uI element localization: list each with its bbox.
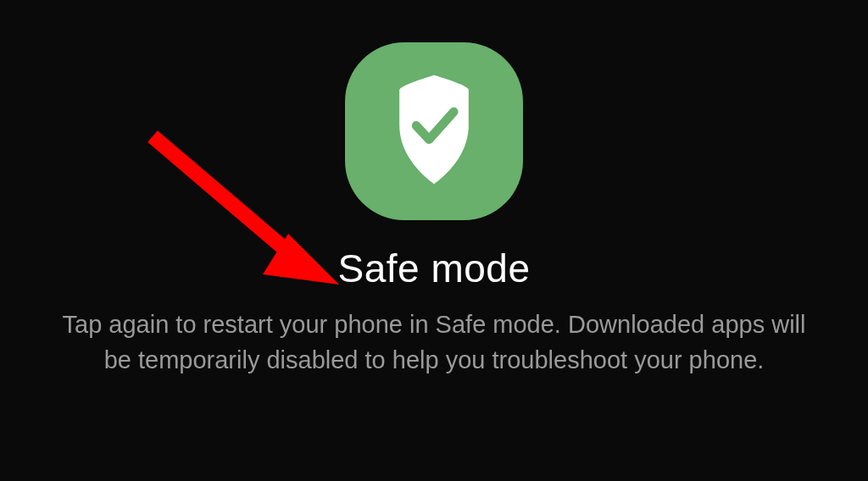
safe-mode-button[interactable]	[345, 42, 523, 220]
annotation-arrow-icon	[140, 124, 339, 293]
svg-marker-2	[263, 234, 339, 285]
safe-mode-title: Safe mode	[338, 246, 531, 291]
safe-mode-description: Tap again to restart your phone in Safe …	[57, 307, 811, 378]
shield-check-icon	[383, 70, 485, 192]
svg-line-1	[153, 136, 297, 259]
